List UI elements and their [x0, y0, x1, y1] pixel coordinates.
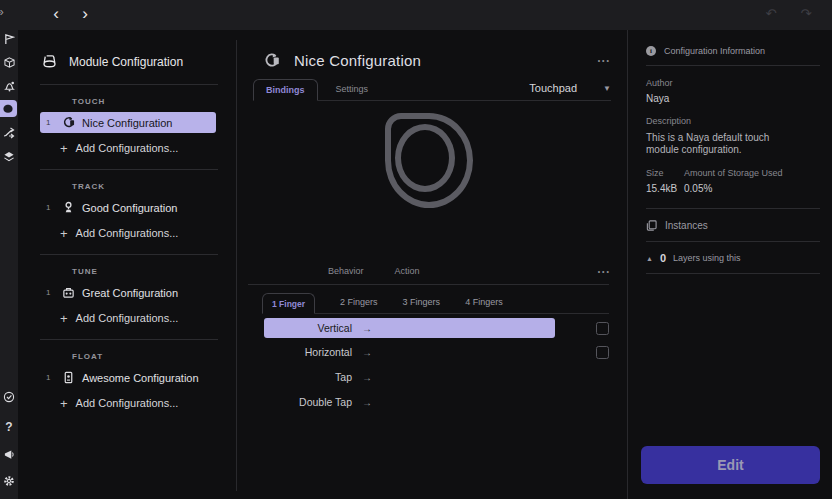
- instances-row[interactable]: Instances: [646, 220, 820, 231]
- tab-bindings[interactable]: Bindings: [253, 79, 318, 101]
- size-storage-values: 15.4kB 0.05%: [646, 178, 820, 194]
- gear-icon[interactable]: [1, 473, 17, 489]
- instances-label: Instances: [665, 220, 708, 231]
- top-bar: ‹ › ↶ ↷: [0, 0, 832, 30]
- tab-1-finger[interactable]: 1 Finger: [262, 293, 315, 314]
- tab-3-fingers[interactable]: 3 Fingers: [403, 297, 441, 313]
- tab-settings[interactable]: Settings: [318, 84, 387, 100]
- badge-config-icon: [62, 371, 76, 385]
- config-index: 1: [46, 203, 56, 212]
- configuration-detail-panel: Nice Configuration ••• Bindings Settings…: [237, 30, 627, 499]
- divider: [646, 65, 820, 66]
- divider: [248, 284, 609, 285]
- layers-label: Layers using this: [673, 253, 741, 263]
- config-item-good[interactable]: 1 Good Configuration: [40, 197, 216, 218]
- module-configuration-panel: Module Configuration TOUCH 1 Nice Config…: [18, 30, 236, 499]
- back-button[interactable]: ‹: [46, 4, 66, 24]
- config-item-great[interactable]: 1 Great Configuration: [40, 282, 216, 303]
- undo-icon[interactable]: ↶: [762, 6, 780, 24]
- description-value: This is a Naya default touch module conf…: [646, 132, 784, 156]
- divider: [40, 84, 218, 85]
- horizontal-checkbox[interactable]: [596, 346, 609, 359]
- device-selector[interactable]: Touchpad ▼: [529, 82, 611, 100]
- copy-icon: [646, 220, 657, 231]
- storage-label: Amount of Storage Used: [684, 168, 783, 178]
- behavior-action-row: Behavior Action •••: [328, 264, 611, 278]
- tab-4-fingers[interactable]: 4 Fingers: [465, 297, 503, 313]
- config-name: Good Configuration: [82, 202, 177, 214]
- divider: [40, 254, 218, 255]
- branch-arrows-icon[interactable]: [1, 125, 17, 141]
- plus-icon: +: [60, 141, 68, 156]
- section-label-float: FLOAT: [72, 352, 236, 361]
- gesture-list: Vertical → Horizontal → Tap →: [264, 318, 609, 412]
- add-configurations-tune[interactable]: + Add Configurations...: [60, 310, 236, 326]
- trackball-config-icon: [62, 201, 76, 215]
- collapse-up-icon: ▲: [646, 255, 653, 262]
- arrow-right-icon: →: [362, 347, 372, 358]
- storage-value: 0.05%: [684, 183, 712, 194]
- gesture-tap[interactable]: Tap →: [264, 367, 555, 387]
- tab-2-fingers[interactable]: 2 Fingers: [340, 297, 378, 313]
- help-icon[interactable]: ?: [1, 419, 17, 435]
- more-options-icon[interactable]: •••: [598, 268, 611, 275]
- info-panel-title: Configuration Information: [664, 46, 765, 56]
- expand-rail-icon[interactable]: »: [0, 5, 4, 19]
- panel-divider-right: [627, 30, 628, 499]
- keycap-module-icon: [40, 52, 59, 71]
- sidebar-header: Module Configuration: [40, 52, 236, 71]
- author-value: Naya: [646, 93, 820, 104]
- config-index: 1: [46, 118, 56, 127]
- sync-status-icon[interactable]: [1, 389, 17, 405]
- gesture-horizontal[interactable]: Horizontal →: [264, 342, 555, 362]
- more-options-icon[interactable]: •••: [598, 57, 611, 64]
- size-value: 15.4kB: [646, 183, 670, 194]
- bell-icon[interactable]: [1, 78, 17, 94]
- plus-icon: +: [60, 396, 68, 411]
- gesture-row-double-tap: Double Tap →: [264, 392, 609, 412]
- add-configurations-float[interactable]: + Add Configurations...: [60, 395, 236, 411]
- config-name: Nice Configuration: [82, 117, 173, 129]
- info-panel-header: i Configuration Information: [646, 46, 820, 56]
- config-index: 1: [46, 288, 56, 297]
- layers-icon[interactable]: [1, 148, 17, 164]
- config-index: 1: [46, 373, 56, 382]
- main-tab-bar: Bindings Settings Touchpad ▼: [253, 79, 611, 101]
- flag-icon[interactable]: [1, 31, 17, 47]
- announcement-icon[interactable]: [1, 446, 17, 462]
- arrow-right-icon: →: [362, 397, 372, 408]
- divider: [40, 339, 218, 340]
- divider: [40, 169, 218, 170]
- divider: [646, 241, 820, 242]
- gesture-row-horizontal: Horizontal →: [264, 342, 609, 362]
- vertical-checkbox[interactable]: [596, 322, 609, 335]
- size-storage-labels: Size Amount of Storage Used: [646, 156, 820, 178]
- config-item-nice[interactable]: 1 Nice Configuration: [40, 112, 216, 133]
- device-selector-value: Touchpad: [529, 82, 577, 94]
- forward-button[interactable]: ›: [75, 4, 95, 24]
- package-icon[interactable]: [1, 54, 17, 70]
- section-label-track: TRACK: [72, 182, 236, 191]
- edit-button[interactable]: Edit: [641, 446, 820, 484]
- divider: [646, 273, 820, 274]
- gesture-vertical[interactable]: Vertical →: [264, 318, 555, 338]
- layers-row[interactable]: ▲ 0 Layers using this: [646, 252, 820, 264]
- gesture-double-tap[interactable]: Double Tap →: [264, 392, 555, 412]
- touch-module-rail-icon-selected[interactable]: [0, 100, 17, 117]
- config-item-awesome[interactable]: 1 Awesome Configuration: [40, 367, 216, 388]
- add-configurations-track[interactable]: + Add Configurations...: [60, 225, 236, 241]
- redo-icon[interactable]: ↷: [797, 6, 815, 24]
- touch-config-icon: [62, 116, 76, 130]
- chevron-down-icon: ▼: [603, 84, 611, 93]
- info-icon: i: [646, 46, 656, 56]
- layers-count: 0: [660, 252, 666, 264]
- main-header: Nice Configuration •••: [263, 52, 611, 69]
- add-configurations-touch[interactable]: + Add Configurations...: [60, 140, 236, 156]
- configuration-information-panel: i Configuration Information Author Naya …: [628, 30, 832, 499]
- page-title: Nice Configuration: [294, 52, 584, 69]
- behavior-label: Behavior: [328, 266, 364, 276]
- finger-tab-bar: 1 Finger 2 Fingers 3 Fingers 4 Fingers: [262, 293, 609, 314]
- section-label-touch: TOUCH: [72, 97, 236, 106]
- description-label: Description: [646, 116, 820, 126]
- sidebar-title: Module Configuration: [69, 55, 183, 69]
